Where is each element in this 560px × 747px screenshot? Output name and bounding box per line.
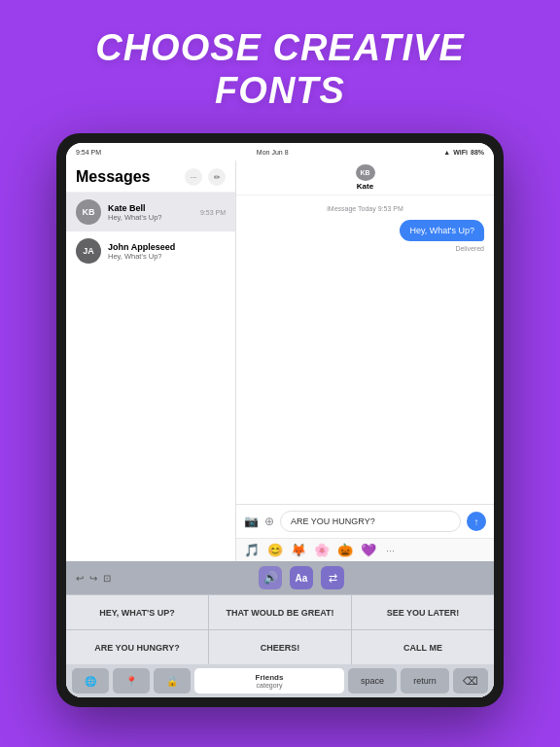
status-time: 9:54 PM: [76, 149, 101, 156]
sound-icon[interactable]: 🔊: [259, 566, 282, 589]
contact-name-2: John Appleseed: [108, 242, 226, 252]
contact-time: 9:53 PM: [200, 209, 226, 216]
keyboard-area: ↩ ↪ ⊡ 🔊 Aa ⇄ HEY, WH: [66, 561, 494, 697]
status-date: Mon Jun 8: [257, 149, 289, 156]
quick-reply-later[interactable]: SEE YOU LATER!: [352, 595, 494, 629]
status-bar: 9:54 PM Mon Jun 8 ▲ WiFi 88%: [66, 143, 494, 160]
font-picker-icon[interactable]: Aa: [290, 566, 313, 589]
device-screen: 9:54 PM Mon Jun 8 ▲ WiFi 88% Messages ··…: [66, 143, 494, 697]
spacebar[interactable]: Friends category: [194, 668, 344, 694]
chat-header: KB Kate: [236, 160, 494, 196]
device-frame: 9:54 PM Mon Jun 8 ▲ WiFi 88% Messages ··…: [56, 133, 504, 707]
emoji-row: 🎵 😊 🦊 🌸 🎃 💜 ···: [236, 538, 494, 561]
sidebar-title: Messages: [76, 168, 151, 186]
send-button[interactable]: ↑: [467, 512, 486, 531]
compose-icon[interactable]: ✏: [208, 168, 226, 186]
chat-messages: iMessage Today 9:53 PM Hey, What's Up? D…: [236, 196, 494, 504]
quick-reply-hey[interactable]: HEY, WHAT'S UP?: [66, 595, 209, 629]
redo-icon[interactable]: ↪: [89, 573, 97, 584]
quick-reply-row-2: ARE YOU HUNGRY? CHEERS! CALL ME: [66, 629, 494, 664]
emoji-flower[interactable]: 🌸: [314, 543, 330, 557]
emoji-fox[interactable]: 🦊: [291, 543, 306, 557]
more-options-icon[interactable]: ···: [185, 168, 202, 186]
camera-icon[interactable]: 📷: [244, 515, 259, 528]
delete-button[interactable]: ⌫: [453, 668, 488, 694]
message-timestamp: iMessage Today 9:53 PM: [246, 205, 484, 212]
wifi-icon: WiFi: [453, 149, 468, 156]
quick-reply-call[interactable]: CALL ME: [352, 630, 494, 664]
chat-panel: KB Kate iMessage Today 9:53 PM Hey, What…: [236, 160, 494, 561]
globe-button[interactable]: 🌐: [72, 668, 109, 694]
contact-preview: Hey, What's Up?: [108, 213, 196, 222]
battery-indicator: 88%: [471, 149, 484, 156]
emoji-more-dots[interactable]: ···: [386, 545, 395, 556]
location-button[interactable]: 📍: [113, 668, 150, 694]
message-bubble-sent: Hey, What's Up?: [400, 220, 484, 241]
contact-item-kate-bell[interactable]: KB Kate Bell Hey, What's Up? 9:53 PM: [66, 193, 235, 231]
quick-reply-great[interactable]: THAT WOULD BE GREAT!: [209, 595, 352, 629]
messages-sidebar: Messages ··· ✏ KB Kate Bell Hey, What's …: [66, 160, 236, 561]
quick-reply-row-1: HEY, WHAT'S UP? THAT WOULD BE GREAT! SEE…: [66, 594, 494, 629]
return-button[interactable]: return: [401, 668, 449, 694]
chat-input-bar: 📷 ⊕ ARE YOU HUNGRY? ↑: [236, 504, 494, 538]
apps-icon[interactable]: ⊕: [264, 515, 274, 528]
emoji-music[interactable]: 🎵: [244, 543, 260, 557]
lock-button[interactable]: 🔒: [154, 668, 191, 694]
emoji-purple-heart[interactable]: 💜: [361, 543, 376, 557]
contact-item-john-appleseed[interactable]: JA John Appleseed Hey, What's Up?: [66, 231, 235, 270]
translate-icon[interactable]: ⇄: [321, 566, 344, 589]
chat-contact-avatar: KB: [356, 164, 375, 181]
chat-contact-name: Kate: [357, 182, 373, 191]
quick-reply-cheers[interactable]: CHEERS!: [209, 630, 352, 664]
delivered-label: Delivered: [455, 245, 484, 252]
undo-icon[interactable]: ↩: [76, 573, 84, 584]
quick-reply-hungry[interactable]: ARE YOU HUNGRY?: [66, 630, 209, 664]
signal-icon: ▲: [443, 149, 450, 156]
message-input-field[interactable]: ARE YOU HUNGRY?: [280, 511, 461, 532]
copy-icon[interactable]: ⊡: [103, 573, 111, 584]
spacebar-sublabel: category: [257, 682, 283, 689]
avatar-ja: JA: [76, 238, 101, 264]
avatar-kb: KB: [76, 199, 101, 225]
keyboard-toolbar: ↩ ↪ ⊡ 🔊 Aa ⇄: [66, 561, 494, 594]
emoji-pumpkin[interactable]: 🎃: [337, 543, 353, 557]
contact-name: Kate Bell: [108, 203, 196, 213]
keyboard-bottom-row: 🌐 📍 🔒 Friends category space return ⌫: [66, 664, 494, 697]
contact-preview-2: Hey, What's Up?: [108, 252, 226, 261]
spacebar-label: Friends: [256, 673, 284, 682]
emoji-smile[interactable]: 😊: [267, 543, 283, 557]
space-button[interactable]: space: [348, 668, 397, 694]
header-title: CHOOSE CREATIVE FONTS: [95, 27, 465, 112]
